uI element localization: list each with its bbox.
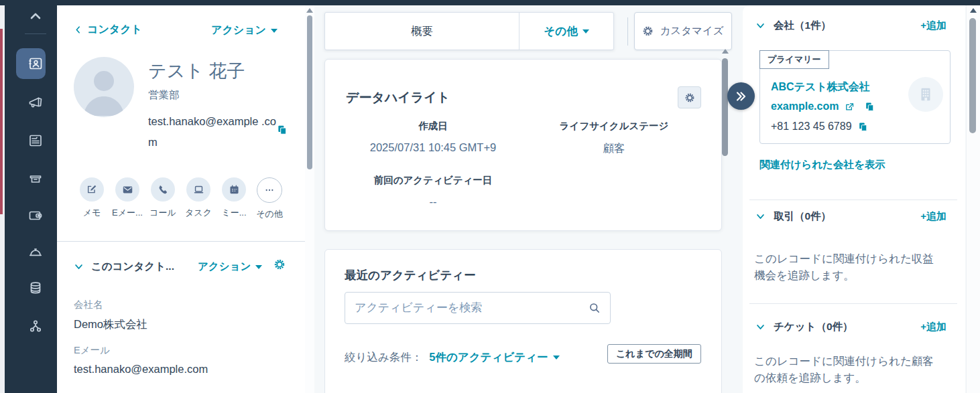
org-chart-icon bbox=[27, 318, 44, 334]
tab-overview[interactable]: 概要 bbox=[325, 13, 519, 50]
collapse-nav-button[interactable] bbox=[27, 8, 44, 24]
deals-section-header: 取引（0件） +追加 bbox=[755, 210, 946, 224]
sidebar-item-payments[interactable] bbox=[27, 208, 44, 224]
company-name-link[interactable]: ABCテスト株式会社 bbox=[771, 80, 870, 94]
gear-icon bbox=[684, 92, 695, 103]
sidebar-item-data[interactable] bbox=[27, 280, 44, 296]
quick-action-task[interactable]: タスク bbox=[181, 177, 216, 220]
calendar-icon bbox=[222, 177, 246, 202]
contact-name: テスト 花子 bbox=[148, 59, 245, 83]
quick-action-note[interactable]: メモ bbox=[74, 177, 109, 220]
about-actions-dropdown[interactable]: アクション bbox=[198, 260, 262, 274]
tab-more-label: その他 bbox=[544, 24, 577, 39]
copy-domain-button[interactable] bbox=[865, 102, 875, 112]
customize-button[interactable]: カスタマイズ bbox=[634, 12, 732, 50]
chevron-down-icon[interactable] bbox=[755, 322, 765, 332]
building-icon bbox=[917, 86, 934, 103]
sidebar-item-automation[interactable] bbox=[27, 318, 44, 334]
scroll-up-arrow[interactable] bbox=[722, 49, 729, 54]
deals-description-line: このレコードに関連付けられた収益 bbox=[754, 250, 934, 267]
contacts-icon bbox=[27, 56, 44, 72]
wallet-icon bbox=[27, 208, 44, 224]
back-label: コンタクト bbox=[87, 23, 142, 37]
scroll-up-arrow[interactable] bbox=[306, 8, 313, 13]
copy-phone-button[interactable] bbox=[858, 122, 868, 132]
tab-more-dropdown[interactable]: その他 bbox=[519, 13, 613, 50]
window-top-strip bbox=[0, 0, 980, 5]
tickets-section-header: チケット（0件） +追加 bbox=[755, 320, 946, 334]
highlight-lifecycle-stage: ライフサイクルステージ 顧客 bbox=[513, 120, 715, 156]
scroll-up-arrow[interactable] bbox=[970, 8, 977, 13]
chevron-down-icon[interactable] bbox=[755, 21, 765, 31]
tickets-description-line: の依頼を追跡します。 bbox=[754, 370, 934, 386]
center-scrollbar-thumb[interactable] bbox=[722, 58, 728, 156]
external-link-icon[interactable] bbox=[845, 102, 855, 112]
sidebar-item-marketing[interactable] bbox=[27, 94, 44, 110]
field-label: 会社名 bbox=[74, 299, 147, 311]
associations-right-panel: 会社（1件） +追加 プライマリー ABCテスト株式会社 example.com… bbox=[743, 5, 965, 393]
sidebar-item-commerce[interactable] bbox=[27, 171, 44, 187]
note-icon bbox=[80, 177, 104, 202]
actions-label: アクション bbox=[198, 260, 251, 274]
about-settings-button[interactable] bbox=[273, 258, 286, 270]
company-phone[interactable]: +81 123 45 6789 bbox=[771, 121, 852, 133]
quick-action-more[interactable]: その他 bbox=[252, 177, 287, 220]
quick-action-email[interactable]: Eメー... bbox=[110, 177, 145, 220]
primary-badge: プライマリー bbox=[759, 50, 829, 69]
chevron-left-icon bbox=[74, 25, 82, 34]
storage-box-icon bbox=[27, 171, 44, 187]
data-highlights-title: データハイライト bbox=[346, 89, 450, 106]
add-ticket-link[interactable]: +追加 bbox=[920, 321, 946, 333]
company-domain-link[interactable]: example.com bbox=[771, 100, 839, 112]
contact-avatar bbox=[74, 57, 134, 117]
chevron-down-icon[interactable] bbox=[74, 262, 84, 272]
page-scrollbar-thumb[interactable] bbox=[969, 18, 976, 133]
contact-actions-dropdown[interactable]: アクション bbox=[211, 23, 278, 37]
filter-label: 絞り込み条件： bbox=[345, 350, 422, 365]
customize-label: カスタマイズ bbox=[660, 24, 723, 38]
contact-left-panel: コンタクト アクション テスト 花子 営業部 test.hanako@examp… bbox=[57, 5, 305, 393]
megaphone-icon bbox=[27, 94, 44, 110]
sidebar-item-service[interactable] bbox=[27, 244, 44, 260]
left-panel-scrollbar-thumb[interactable] bbox=[307, 15, 312, 169]
expand-right-panel-button[interactable] bbox=[727, 82, 755, 110]
record-tabs: 概要 その他 bbox=[324, 12, 614, 50]
field-company-name: 会社名 Demo株式会社 bbox=[74, 299, 147, 332]
double-chevron-right-icon bbox=[734, 89, 749, 104]
content-icon bbox=[27, 133, 44, 149]
highlight-label: 作成日 bbox=[332, 120, 534, 133]
copy-icon bbox=[865, 102, 875, 112]
quick-action-call[interactable]: コール bbox=[145, 177, 180, 220]
date-range-button[interactable]: これまでの全期間 bbox=[607, 344, 701, 364]
quick-action-meeting[interactable]: ミー... bbox=[217, 177, 251, 220]
field-value[interactable]: Demo株式会社 bbox=[74, 317, 147, 332]
add-deal-link[interactable]: +追加 bbox=[920, 210, 946, 223]
add-company-link[interactable]: +追加 bbox=[920, 19, 946, 32]
data-highlights-card: データハイライト 作成日 2025/07/31 10:45 GMT+9 ライフサ… bbox=[324, 59, 722, 231]
chevron-down-icon[interactable] bbox=[755, 212, 765, 222]
activity-search-box bbox=[345, 292, 611, 324]
companies-section-header: 会社（1件） +追加 bbox=[755, 19, 946, 33]
back-to-contacts-link[interactable]: コンタクト bbox=[74, 23, 142, 37]
search-icon bbox=[588, 301, 601, 315]
section-divider bbox=[749, 303, 957, 304]
view-associated-companies-link[interactable]: 関連付けられた会社を表示 bbox=[759, 158, 885, 172]
data-highlights-settings-button[interactable] bbox=[678, 86, 701, 108]
quick-action-label: Eメー... bbox=[112, 207, 143, 219]
copy-email-button[interactable] bbox=[277, 125, 288, 135]
nav-divider bbox=[25, 33, 46, 34]
highlight-value: 顧客 bbox=[513, 141, 715, 156]
activity-filter-dropdown[interactable]: 5件のアクティビティー bbox=[429, 350, 559, 365]
sidebar-item-contacts[interactable] bbox=[27, 56, 44, 72]
section-divider bbox=[749, 200, 957, 200]
quick-action-label: メモ bbox=[83, 207, 101, 219]
deals-section-title: 取引（0件） bbox=[774, 210, 831, 224]
quick-action-label: ミー... bbox=[221, 207, 246, 219]
deals-description-line: 機会を追跡します。 bbox=[754, 267, 934, 284]
activity-search-input[interactable] bbox=[345, 293, 610, 323]
field-value[interactable]: test.hanako@example.com bbox=[74, 363, 208, 376]
recent-activities-title: 最近のアクティビティー bbox=[345, 267, 476, 283]
sidebar-item-content[interactable] bbox=[27, 133, 44, 149]
contact-email[interactable]: test.hanako@example .com bbox=[148, 111, 280, 153]
highlight-label: ライフサイクルステージ bbox=[513, 120, 715, 133]
